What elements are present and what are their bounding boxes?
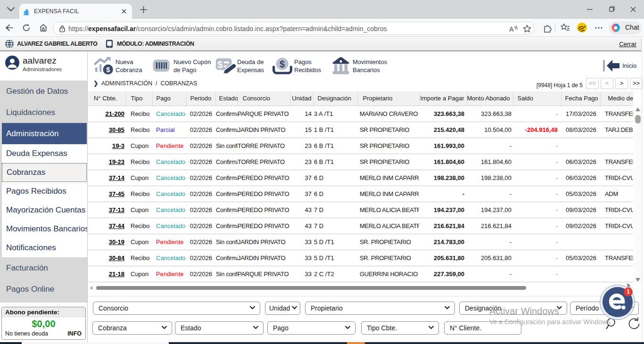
svg-text:A: A bbox=[509, 25, 514, 33]
svg-text:$: $ bbox=[217, 59, 223, 70]
svg-text:$: $ bbox=[106, 66, 110, 74]
svg-text:$: $ bbox=[280, 59, 285, 69]
